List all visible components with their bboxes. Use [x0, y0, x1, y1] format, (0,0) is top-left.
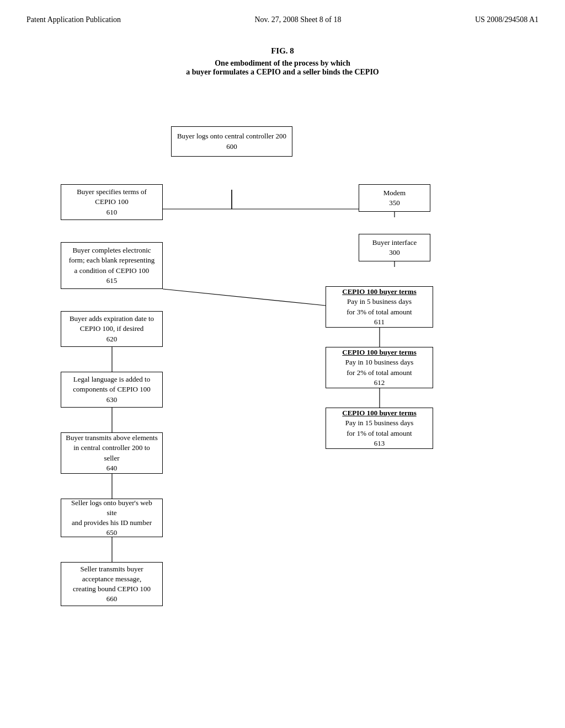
- box-660: Seller transmits buyeracceptance message…: [61, 562, 163, 606]
- header-right: US 2008/294508 A1: [475, 15, 539, 24]
- box-615: Buyer completes electronicform; each bla…: [61, 242, 163, 289]
- subtitle-line2: a buyer formulates a CEPIO and a seller …: [186, 68, 379, 76]
- header-center: Nov. 27, 2008 Sheet 8 of 18: [255, 15, 342, 24]
- box-612: CEPIO 100 buyer terms Pay in 10 business…: [326, 347, 433, 388]
- svg-line-9: [163, 289, 326, 306]
- box-650: Seller logs onto buyer's web siteand pro…: [61, 499, 163, 537]
- box-640: Buyer transmits above elementsin central…: [61, 432, 163, 474]
- fig-subtitle: One embodiment of the process by which a…: [0, 59, 565, 77]
- box-630: Legal language is added tocomponents of …: [61, 372, 163, 408]
- box-600: Buyer logs onto central controller 20060…: [171, 126, 292, 157]
- page-header: Patent Application Publication Nov. 27, …: [0, 0, 565, 30]
- box-modem: Modem350: [359, 184, 430, 212]
- box-611: CEPIO 100 buyer terms Pay in 5 business …: [326, 286, 433, 328]
- box-buyer-interface: Buyer interface300: [359, 234, 430, 261]
- fig-label: FIG. 8: [0, 46, 565, 56]
- diagram-area: Buyer logs onto central controller 20060…: [0, 93, 565, 700]
- box-610: Buyer specifies terms ofCEPIO 100610: [61, 184, 163, 220]
- header-left: Patent Application Publication: [26, 15, 121, 24]
- subtitle-line1: One embodiment of the process by which: [215, 59, 350, 67]
- box-620: Buyer adds expiration date toCEPIO 100, …: [61, 311, 163, 347]
- box-613: CEPIO 100 buyer terms Pay in 15 business…: [326, 408, 433, 449]
